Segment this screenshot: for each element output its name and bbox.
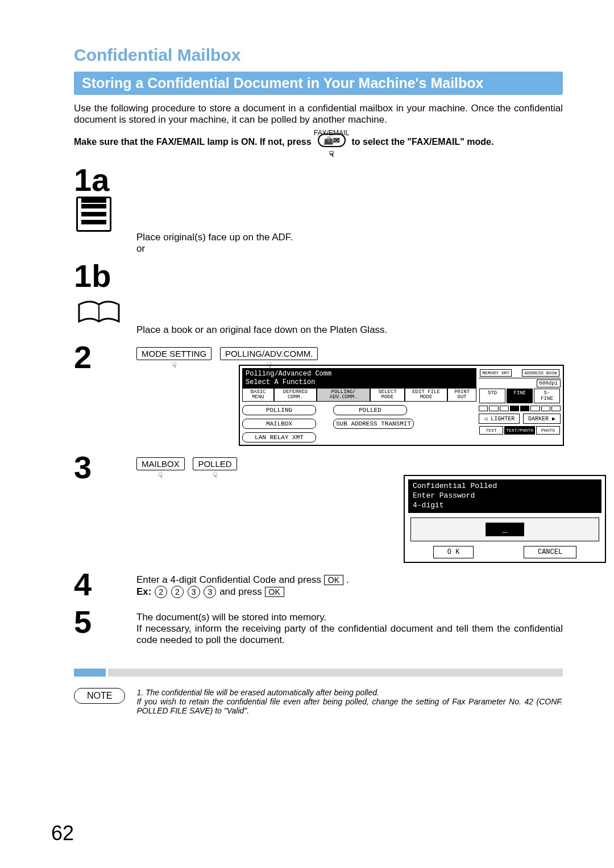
step-5-text: The document(s) will be stored into memo… <box>136 606 563 646</box>
step-1b-number: 1b <box>74 260 136 324</box>
press-hand-icon: ☟ <box>267 361 272 370</box>
lcd-res-fine[interactable]: FINE <box>507 389 533 403</box>
example-digit: 2 <box>171 586 184 598</box>
lcd2-ok-button[interactable]: O K <box>433 546 474 558</box>
password-field-wrap: _ <box>410 518 599 541</box>
step-1a-number: 1a <box>74 164 136 232</box>
lcd2-cancel-button[interactable]: CANCEL <box>524 546 576 558</box>
mode-setting-button[interactable]: MODE SETTING ☟ <box>136 347 211 360</box>
lcd-mode-photo[interactable]: PHOTO <box>536 426 560 435</box>
example-digit: 2 <box>155 586 167 598</box>
mailbox-button-label: MAILBOX <box>142 459 180 469</box>
lcd-600dpi[interactable]: 600dpi <box>537 379 561 387</box>
step-1a-text: Place original(s) face up on the ADF. <box>136 232 293 243</box>
ok-button-inline[interactable]: OK <box>265 587 284 597</box>
tab-deferred-comm[interactable]: DEFERRED COMM. <box>274 388 317 402</box>
section-divider <box>74 669 563 677</box>
faxemail-button-icon: 📠✉ <box>318 133 346 147</box>
step-4-number: 4 <box>74 569 136 600</box>
press-hand-icon: ☟ <box>172 361 177 370</box>
step-1a-num-text: 1a <box>74 162 109 198</box>
lcd2-title-1: Confidential Polled <box>413 482 597 491</box>
lcd-lighter-button[interactable]: ◁ LIGHTER <box>479 414 520 424</box>
faxemail-suffix: to select the "FAX/EMAIL" mode. <box>352 137 494 147</box>
lcd-polled-button[interactable]: POLLED <box>333 405 407 415</box>
step-1b-num-text: 1b <box>74 258 111 294</box>
step-4-example: Ex: 2 2 3 3 and press OK <box>136 586 349 598</box>
example-digit: 3 <box>188 586 200 598</box>
polled-button-label: POLLED <box>198 459 231 469</box>
lcd2-title-2: Enter Password <box>413 491 597 501</box>
tab-edit-file-mode[interactable]: EDIT FILE MODE <box>405 388 447 402</box>
tab-print-out[interactable]: PRINT OUT <box>447 388 476 402</box>
tab-basic-menu[interactable]: BASIC MENU <box>242 388 274 402</box>
press-hand-icon: ☟ <box>158 471 163 480</box>
tab-polling-advcomm[interactable]: POLLING/ ADV.COMM. <box>317 388 370 402</box>
step-1a-or: or <box>136 243 293 254</box>
step-4-line-1: Enter a 4-digit Confidential Code and pr… <box>136 574 349 586</box>
adf-icon <box>76 197 111 232</box>
press-hand-icon: ☟ <box>213 471 218 480</box>
lcd-memory-xmt[interactable]: MEMORY XMT <box>480 369 512 377</box>
lcd-tabs: BASIC MENU DEFERRED COMM. POLLING/ ADV.C… <box>242 388 476 402</box>
subsection-heading: Storing a Confidential Document in Your … <box>74 72 563 95</box>
lcd-mode-text[interactable]: TEXT <box>479 426 503 435</box>
lcd-res-sfine[interactable]: S-FINE <box>534 389 560 403</box>
password-field[interactable]: _ <box>486 523 524 536</box>
lcd-res-std[interactable]: STD <box>479 389 505 403</box>
ok-button-inline[interactable]: OK <box>324 575 343 585</box>
step-5-number: 5 <box>74 606 136 638</box>
step-3-number: 3 <box>74 452 136 483</box>
lcd-darker-button[interactable]: DARKER ▶ <box>523 414 561 424</box>
step-1b-text: Place a book or an original face down on… <box>136 324 387 336</box>
lcd-lan-relay-button[interactable]: LAN RELAY XMT <box>242 432 316 443</box>
lcd-screen-password: Confidential Polled Enter Password 4-dig… <box>404 475 606 563</box>
intro-text: Use the following procedure to store a d… <box>74 103 563 126</box>
lcd-title-2: Select A Function <box>246 378 473 386</box>
lcd2-title-3: 4-digit <box>413 501 597 511</box>
polled-button[interactable]: POLLED ☟ <box>193 457 237 470</box>
lcd-subaddr-button[interactable]: SUB ADDRESS TRANSMIT <box>333 419 414 429</box>
page-number: 62 <box>51 821 74 845</box>
example-digit: 3 <box>204 586 216 598</box>
press-hand-icon: ☟ <box>314 149 349 158</box>
lcd-title-1: Polling/Advanced Comm <box>246 370 473 378</box>
polling-advcomm-label: POLLING/ADV.COMM. <box>225 349 313 358</box>
tab-select-mode[interactable]: SELECT MODE <box>370 388 405 402</box>
faxemail-prefix: Make sure that the FAX/EMAIL lamp is ON.… <box>74 137 312 147</box>
lcd-polling-button[interactable]: POLLING <box>242 405 316 415</box>
contrast-bar <box>479 406 561 411</box>
polling-advcomm-button[interactable]: POLLING/ADV.COMM. ☟ <box>220 347 318 360</box>
mode-setting-label: MODE SETTING <box>142 349 206 358</box>
platen-book-icon <box>76 296 122 324</box>
mailbox-button[interactable]: MAILBOX ☟ <box>136 457 185 470</box>
step-2-number: 2 <box>74 341 136 373</box>
lcd-screen-polling: Polling/Advanced Comm Select A Function … <box>239 365 564 446</box>
lcd-mailbox-button[interactable]: MAILBOX <box>242 419 316 429</box>
section-heading: Confidential Mailbox <box>74 45 563 65</box>
note-body: 1. The confidential file will be erased … <box>136 688 563 715</box>
faxemail-instruction: Make sure that the FAX/EMAIL lamp is ON.… <box>74 129 563 156</box>
lcd-mode-text-photo[interactable]: TEXT/PHOTO <box>504 426 535 435</box>
note-badge: NOTE <box>74 688 125 704</box>
lcd-address-book[interactable]: ADDRESS BOOK <box>522 369 559 377</box>
